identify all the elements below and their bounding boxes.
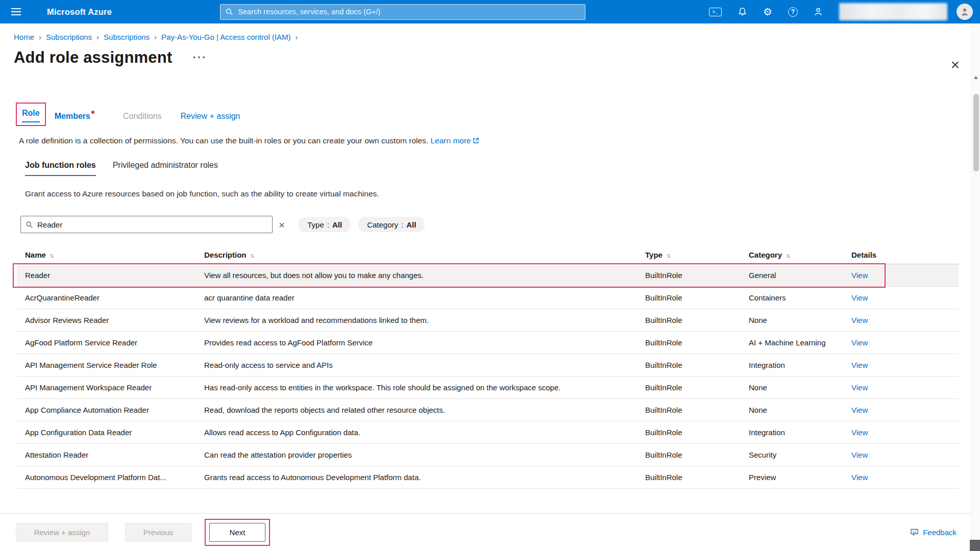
tab-privileged-admin-roles[interactable]: Privileged administrator roles [113,161,218,176]
feedback-icon [910,528,919,537]
table-header: Name Description Type Category Details [17,245,959,264]
column-header-description[interactable]: Description [204,251,645,259]
table-row[interactable]: App Configuration Data ReaderAllows read… [17,421,959,444]
tabs: Role Members Conditions Review + assign [16,103,980,126]
table-row[interactable]: Advisor Reviews ReaderView reviews for a… [17,309,959,332]
table-row[interactable]: Attestation ReaderCan read the attestati… [17,444,959,466]
filter-pill-type[interactable]: Type:All [299,217,351,232]
feedback-person-icon[interactable] [814,5,823,18]
tab-members-label: Members [55,112,90,120]
global-search-input[interactable] [238,8,580,16]
external-link-icon [471,136,479,145]
pill-sep: : [401,220,403,229]
avatar[interactable] [957,4,973,20]
feedback-link[interactable]: Feedback [910,528,957,537]
scrollbar-thumb[interactable] [973,94,979,171]
view-details-link[interactable]: View [851,383,868,392]
breadcrumb-separator-icon [291,33,303,41]
cell-details: View [851,361,928,369]
learn-more-link[interactable]: Learn more [430,136,479,145]
cell-description: Read-only access to service and APIs [204,361,645,369]
notifications-bell-icon[interactable] [738,5,747,18]
role-search-box[interactable] [20,216,273,233]
column-header-details: Details [851,251,928,259]
scrollbar-corner [970,540,980,551]
vertical-scrollbar[interactable] [971,23,980,551]
cell-category: Preview [749,473,851,482]
role-table-body: ReaderView all resources, but does not a… [17,264,959,489]
feedback-label: Feedback [923,528,957,537]
tab-conditions: Conditions [123,112,162,126]
help-icon[interactable]: ? [788,5,798,18]
scroll-up-arrow-icon[interactable] [974,76,978,79]
breadcrumb-link[interactable]: Subscriptions [104,33,150,41]
view-details-link[interactable]: View [851,428,868,437]
tab-job-function-roles[interactable]: Job function roles [25,161,96,176]
search-icon [26,221,33,229]
cell-name: AcrQuarantineReader [25,293,204,302]
role-tab-annotation: Role [16,103,46,126]
breadcrumb-separator-icon [92,33,104,41]
tab-review-assign[interactable]: Review + assign [181,112,240,126]
view-details-link[interactable]: View [851,316,868,324]
table-row[interactable]: Autonomous Development Platform Dat...Gr… [17,466,959,489]
view-details-link[interactable]: View [851,293,868,302]
table-row[interactable]: API Management Service Reader RoleRead-o… [17,354,959,377]
table-row[interactable]: AgFood Platform Service ReaderProvides r… [17,332,959,354]
view-details-link[interactable]: View [851,450,868,459]
tab-members[interactable]: Members [55,112,90,126]
topbar: Microsoft Azure >_ ⚙ ? [0,0,980,23]
role-search-input[interactable] [37,220,267,229]
settings-gear-icon[interactable]: ⚙ [763,5,772,18]
column-header-category[interactable]: Category [749,251,851,259]
cell-name: API Management Workspace Reader [25,383,204,392]
cell-type: BuiltInRole [645,293,749,302]
table-row[interactable]: AcrQuarantineReaderacr quarantine data r… [17,287,959,309]
close-icon[interactable] [950,57,960,72]
cell-description: Allows read access to App Configuration … [204,428,645,437]
pill-label: Type [307,220,324,229]
cell-details: View [851,383,928,392]
view-details-link[interactable]: View [851,338,868,347]
table-row[interactable]: ReaderView all resources, but does not a… [17,264,959,287]
view-details-link[interactable]: View [851,473,868,482]
toolbar: Type:AllCategory:All [20,216,980,233]
column-header-name[interactable]: Name [25,251,204,259]
cell-category: Integration [749,361,851,369]
view-details-link[interactable]: View [851,271,868,280]
cell-name: Attestation Reader [25,450,204,459]
sort-icon [247,251,254,259]
breadcrumb-link[interactable]: Pay-As-You-Go | Access control (IAM) [161,33,290,41]
cell-description: View all resources, but does not allow y… [204,271,645,280]
cell-type: BuiltInRole [645,361,749,369]
filter-pill-category[interactable]: Category:All [358,217,425,232]
pill-sep: : [327,220,329,229]
cloud-shell-icon[interactable]: >_ [709,5,722,18]
table-row[interactable]: App Compliance Automation ReaderRead, do… [17,399,959,421]
view-details-link[interactable]: View [851,361,868,369]
cell-type: BuiltInRole [645,428,749,437]
breadcrumb-link[interactable]: Subscriptions [46,33,92,41]
hamburger-menu-icon[interactable] [9,4,27,19]
sort-icon [46,251,53,259]
brand-link[interactable]: Microsoft Azure [47,7,112,17]
previous-button: Previous [125,523,191,542]
cell-type: BuiltInRole [645,316,749,324]
view-details-link[interactable]: View [851,406,868,414]
cell-details: View [851,473,928,482]
cell-category: General [749,271,851,280]
cell-details: View [851,428,928,437]
clear-search-icon[interactable] [279,219,285,230]
cell-details: View [851,406,928,414]
tab-role[interactable]: Role [22,109,40,122]
column-header-type[interactable]: Type [645,251,749,259]
cell-details: View [851,293,928,302]
global-search[interactable] [220,4,585,20]
account-info-redacted [839,3,947,20]
breadcrumb-link[interactable]: Home [14,33,34,41]
next-button[interactable]: Next [209,523,265,542]
more-options-icon[interactable] [192,51,207,64]
column-label: Type [645,251,663,259]
pill-value: All [332,220,342,229]
table-row[interactable]: API Management Workspace ReaderHas read-… [17,377,959,399]
